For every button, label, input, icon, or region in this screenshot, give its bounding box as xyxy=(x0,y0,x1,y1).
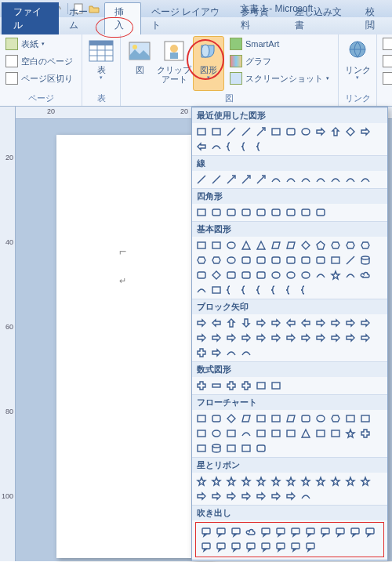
shape-rect[interactable] xyxy=(224,426,238,441)
shape-rrect[interactable] xyxy=(269,253,283,267)
shape-rarrow[interactable] xyxy=(224,331,238,345)
shape-rect[interactable] xyxy=(358,412,372,426)
shape-rect[interactable] xyxy=(194,441,209,455)
shape-brace[interactable] xyxy=(269,283,283,297)
shape-curve[interactable] xyxy=(358,172,372,187)
shape-cloud[interactable] xyxy=(244,525,258,539)
shape-star[interactable] xyxy=(194,474,209,488)
clipart-button[interactable]: クリップ アート xyxy=(158,36,190,91)
shape-rrect[interactable] xyxy=(299,205,313,219)
shape-rect[interactable] xyxy=(328,253,343,267)
shape-cyl[interactable] xyxy=(358,253,372,267)
shape-plus[interactable] xyxy=(194,379,209,393)
shape-rarrow[interactable] xyxy=(194,489,209,503)
shape-line[interactable] xyxy=(343,253,358,267)
shape-rrect[interactable] xyxy=(239,268,253,282)
table-button[interactable]: 表 ▾ xyxy=(85,36,117,91)
shape-rarrow[interactable] xyxy=(358,125,372,139)
shape-star[interactable] xyxy=(269,474,283,488)
shape-call[interactable] xyxy=(229,540,243,554)
shape-rect[interactable] xyxy=(254,379,268,393)
shape-rrect[interactable] xyxy=(224,268,238,282)
shape-curve[interactable] xyxy=(299,489,313,503)
shape-rarrow[interactable] xyxy=(239,489,253,503)
shape-darrow[interactable] xyxy=(239,316,253,330)
shape-star[interactable] xyxy=(239,474,253,488)
shape-rect[interactable] xyxy=(269,379,283,393)
shape-plus[interactable] xyxy=(194,346,209,360)
shape-cloud[interactable] xyxy=(358,268,372,282)
shape-arrow[interactable] xyxy=(239,172,253,187)
shape-oval[interactable] xyxy=(299,125,313,139)
shape-hex[interactable] xyxy=(209,253,223,267)
shape-brace[interactable] xyxy=(239,140,253,154)
shape-brace[interactable] xyxy=(254,283,268,297)
shape-rect[interactable] xyxy=(224,441,238,455)
shape-dia[interactable] xyxy=(209,268,223,282)
shape-hex[interactable] xyxy=(358,238,372,252)
shape-rrect[interactable] xyxy=(284,125,298,139)
shape-call[interactable] xyxy=(229,525,243,539)
shape-rect[interactable] xyxy=(194,125,209,139)
shape-call[interactable] xyxy=(289,525,303,539)
shape-rect[interactable] xyxy=(239,441,253,455)
shape-call[interactable] xyxy=(199,540,213,554)
shape-dia[interactable] xyxy=(299,238,313,252)
shape-call[interactable] xyxy=(318,525,332,539)
shape-call[interactable] xyxy=(363,525,377,539)
shape-call[interactable] xyxy=(214,540,228,554)
shape-call[interactable] xyxy=(289,540,303,554)
shape-arrow[interactable] xyxy=(254,172,268,187)
shape-call[interactable] xyxy=(259,540,273,554)
tab-file[interactable]: ファイル xyxy=(2,2,59,34)
shape-call[interactable] xyxy=(303,540,318,554)
shape-star[interactable] xyxy=(343,474,358,488)
tab-page-layout[interactable]: ページ レイアウト xyxy=(141,2,230,34)
shape-rarrow[interactable] xyxy=(314,125,328,139)
shape-rrect[interactable] xyxy=(254,253,268,267)
shape-larrow[interactable] xyxy=(209,316,223,330)
shape-rect[interactable] xyxy=(209,238,223,252)
shape-para[interactable] xyxy=(284,238,298,252)
shape-para[interactable] xyxy=(269,238,283,252)
shape-line[interactable] xyxy=(209,172,223,187)
shape-rrect[interactable] xyxy=(239,253,253,267)
shape-rrect[interactable] xyxy=(284,205,298,219)
shape-rect[interactable] xyxy=(284,426,298,441)
shape-rect[interactable] xyxy=(269,412,283,426)
shape-arrow[interactable] xyxy=(254,125,268,139)
shape-rect[interactable] xyxy=(209,283,223,297)
shape-rarrow[interactable] xyxy=(224,489,238,503)
shape-rrect[interactable] xyxy=(314,205,328,219)
shape-rarrow[interactable] xyxy=(328,316,343,330)
page-break-button[interactable]: ページ区切り xyxy=(3,71,78,86)
shape-tri[interactable] xyxy=(239,238,253,252)
shapes-button[interactable]: 図形 ▾ xyxy=(193,36,224,91)
shape-hex[interactable] xyxy=(194,253,209,267)
shape-rarrow[interactable] xyxy=(314,331,328,345)
tab-insert[interactable]: 挿入 xyxy=(104,2,141,34)
shape-star[interactable] xyxy=(299,474,313,488)
shape-rect[interactable] xyxy=(314,426,328,441)
shape-curve[interactable] xyxy=(343,268,358,282)
shape-rect[interactable] xyxy=(194,426,209,441)
shape-rrect[interactable] xyxy=(254,441,268,455)
shape-minus[interactable] xyxy=(209,379,223,393)
chart-button[interactable]: グラフ xyxy=(227,53,335,69)
shape-star[interactable] xyxy=(314,474,328,488)
shape-rect[interactable] xyxy=(254,426,268,441)
shape-oval[interactable] xyxy=(224,238,238,252)
shape-curve[interactable] xyxy=(209,140,223,154)
shape-star[interactable] xyxy=(209,474,223,488)
tab-references[interactable]: 参考資料 xyxy=(230,2,285,34)
shape-hex[interactable] xyxy=(328,412,343,426)
shape-curve[interactable] xyxy=(284,172,298,187)
shape-rarrow[interactable] xyxy=(358,331,372,345)
shape-rect[interactable] xyxy=(194,205,209,219)
shape-star[interactable] xyxy=(343,426,358,441)
shape-rarrow[interactable] xyxy=(358,316,372,330)
shape-star[interactable] xyxy=(328,268,343,282)
smartart-button[interactable]: SmartArt xyxy=(227,36,335,52)
shape-rarrow[interactable] xyxy=(343,331,358,345)
shape-dia[interactable] xyxy=(343,125,358,139)
